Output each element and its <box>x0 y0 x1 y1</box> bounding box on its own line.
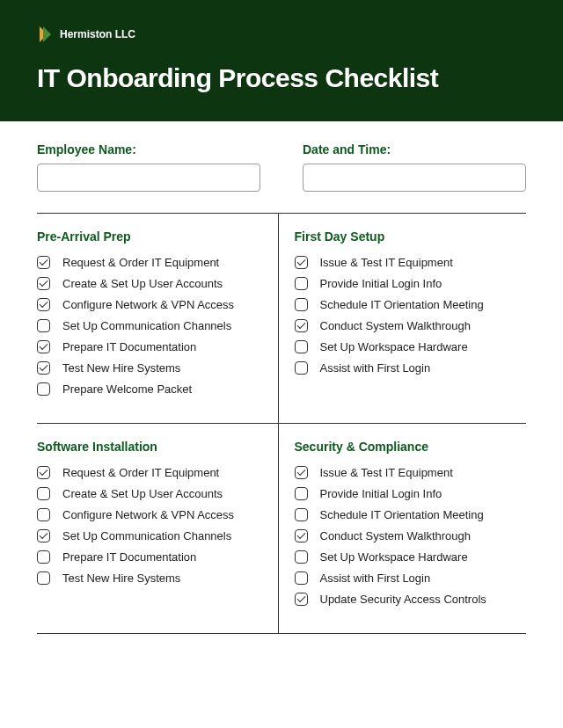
section-pre-arrival: Pre-Arrival PrepRequest & Order IT Equip… <box>37 214 279 423</box>
section-first-day: First Day SetupIssue & Test IT Equipment… <box>279 214 527 423</box>
check-label: Provide Initial Login Info <box>320 487 442 500</box>
page-title: IT Onboarding Process Checklist <box>37 63 526 93</box>
checkbox[interactable] <box>37 361 50 375</box>
check-item: Prepare IT Documentation <box>37 550 262 564</box>
checkbox[interactable] <box>295 593 308 606</box>
section-title: First Day Setup <box>295 229 520 244</box>
check-label: Test New Hire Systems <box>62 571 180 585</box>
employee-name-label: Employee Name: <box>37 142 260 157</box>
grid-row: Pre-Arrival PrepRequest & Order IT Equip… <box>37 214 526 424</box>
check-label: Prepare IT Documentation <box>62 550 196 564</box>
content: Employee Name: Date and Time: Pre-Arriva… <box>0 121 563 652</box>
check-label: Assist with First Login <box>320 361 431 375</box>
date-time-input[interactable] <box>303 164 526 192</box>
check-item: Test New Hire Systems <box>37 361 262 375</box>
check-label: Create & Set Up User Accounts <box>62 487 223 500</box>
check-label: Set Up Workspace Hardware <box>320 550 468 564</box>
checkbox[interactable] <box>37 298 50 311</box>
section-title: Security & Compliance <box>295 440 520 454</box>
check-item: Configure Network & VPN Access <box>37 298 262 311</box>
checkbox[interactable] <box>37 382 50 396</box>
checkbox[interactable] <box>295 340 308 353</box>
check-label: Set Up Workspace Hardware <box>320 340 468 353</box>
section-title: Pre-Arrival Prep <box>37 229 262 244</box>
section-title: Software Installation <box>37 440 262 454</box>
checkbox[interactable] <box>37 550 50 564</box>
checkbox[interactable] <box>295 361 308 375</box>
checkbox[interactable] <box>295 256 308 269</box>
header: Hermiston LLC IT Onboarding Process Chec… <box>0 0 563 121</box>
check-label: Assist with First Login <box>320 571 431 585</box>
form-row: Employee Name: Date and Time: <box>37 142 526 192</box>
checkbox[interactable] <box>37 466 50 479</box>
check-label: Schedule IT Orientation Meeting <box>320 298 484 311</box>
check-label: Schedule IT Orientation Meeting <box>320 508 484 521</box>
employee-name-input[interactable] <box>37 164 260 192</box>
checkbox[interactable] <box>37 508 50 521</box>
check-item: Configure Network & VPN Access <box>37 508 262 521</box>
checkbox[interactable] <box>37 487 50 500</box>
checkbox[interactable] <box>37 529 50 542</box>
check-item: Create & Set Up User Accounts <box>37 277 262 290</box>
checkbox[interactable] <box>295 298 308 311</box>
check-label: Request & Order IT Equipment <box>62 466 219 479</box>
check-label: Update Security Access Controls <box>320 593 486 606</box>
check-item: Prepare IT Documentation <box>37 340 262 353</box>
check-item: Assist with First Login <box>295 571 520 585</box>
check-label: Set Up Communication Channels <box>62 529 231 542</box>
check-item: Prepare Welcome Packet <box>37 382 262 396</box>
brand: Hermiston LLC <box>37 25 526 44</box>
check-label: Issue & Test IT Equipment <box>320 256 453 269</box>
check-item: Set Up Communication Channels <box>37 319 262 332</box>
check-label: Provide Initial Login Info <box>320 277 442 290</box>
check-item: Test New Hire Systems <box>37 571 262 585</box>
section-security: Security & ComplianceIssue & Test IT Equ… <box>279 424 527 633</box>
checkbox[interactable] <box>295 571 308 585</box>
logo-icon <box>37 25 53 44</box>
check-label: Issue & Test IT Equipment <box>320 466 453 479</box>
check-item: Provide Initial Login Info <box>295 487 520 500</box>
date-time-label: Date and Time: <box>303 142 526 157</box>
checkbox[interactable] <box>295 550 308 564</box>
checkbox[interactable] <box>295 508 308 521</box>
check-label: Conduct System Walkthrough <box>320 529 471 542</box>
check-label: Set Up Communication Channels <box>62 319 231 332</box>
employee-name-field: Employee Name: <box>37 142 260 192</box>
check-item: Schedule IT Orientation Meeting <box>295 298 520 311</box>
checkbox[interactable] <box>295 319 308 332</box>
checkbox[interactable] <box>295 277 308 290</box>
check-item: Conduct System Walkthrough <box>295 319 520 332</box>
check-item: Assist with First Login <box>295 361 520 375</box>
checkbox[interactable] <box>37 256 50 269</box>
check-item: Request & Order IT Equipment <box>37 256 262 269</box>
check-label: Conduct System Walkthrough <box>320 319 471 332</box>
check-label: Prepare Welcome Packet <box>62 382 192 396</box>
check-item: Issue & Test IT Equipment <box>295 256 520 269</box>
check-item: Create & Set Up User Accounts <box>37 487 262 500</box>
checkbox[interactable] <box>37 277 50 290</box>
check-item: Conduct System Walkthrough <box>295 529 520 542</box>
checkbox[interactable] <box>295 466 308 479</box>
checkbox[interactable] <box>295 487 308 500</box>
checklist-grid: Pre-Arrival PrepRequest & Order IT Equip… <box>37 213 526 634</box>
brand-name: Hermiston LLC <box>60 28 135 40</box>
check-label: Prepare IT Documentation <box>62 340 196 353</box>
check-item: Update Security Access Controls <box>295 593 520 606</box>
check-item: Schedule IT Orientation Meeting <box>295 508 520 521</box>
check-item: Issue & Test IT Equipment <box>295 466 520 479</box>
check-label: Configure Network & VPN Access <box>62 298 234 311</box>
check-item: Request & Order IT Equipment <box>37 466 262 479</box>
section-software: Software InstallationRequest & Order IT … <box>37 424 279 633</box>
check-item: Set Up Workspace Hardware <box>295 340 520 353</box>
check-label: Test New Hire Systems <box>62 361 180 375</box>
check-label: Request & Order IT Equipment <box>62 256 219 269</box>
checkbox[interactable] <box>37 319 50 332</box>
check-item: Provide Initial Login Info <box>295 277 520 290</box>
checkbox[interactable] <box>295 529 308 542</box>
grid-row: Software InstallationRequest & Order IT … <box>37 424 526 634</box>
check-label: Configure Network & VPN Access <box>62 508 234 521</box>
check-label: Create & Set Up User Accounts <box>62 277 223 290</box>
checkbox[interactable] <box>37 571 50 585</box>
check-item: Set Up Workspace Hardware <box>295 550 520 564</box>
checkbox[interactable] <box>37 340 50 353</box>
